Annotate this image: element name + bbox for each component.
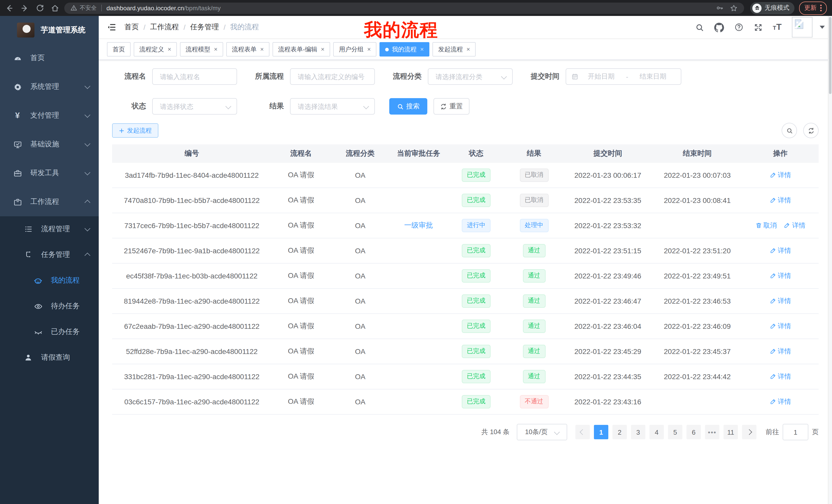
sidebar-item-done-tasks[interactable]: 已办任务 bbox=[0, 319, 99, 345]
show-search-button[interactable] bbox=[782, 123, 797, 138]
close-icon[interactable]: × bbox=[167, 46, 171, 52]
parent-process-input[interactable] bbox=[290, 68, 375, 85]
page-number-button[interactable]: ••• bbox=[705, 425, 719, 439]
page-number-button[interactable]: 4 bbox=[649, 425, 664, 439]
filter-parent-process: 所属流程 bbox=[252, 68, 375, 85]
browser-menu-icon[interactable] bbox=[820, 5, 822, 11]
home-icon[interactable] bbox=[51, 4, 59, 12]
close-icon[interactable]: × bbox=[420, 46, 424, 52]
help-icon[interactable] bbox=[734, 23, 744, 32]
goto-page-input[interactable] bbox=[783, 424, 808, 440]
sidebar-item-devtools[interactable]: 研发工具 bbox=[0, 159, 99, 188]
close-icon[interactable]: × bbox=[466, 46, 470, 52]
start-date-placeholder[interactable]: 开始日期 bbox=[578, 72, 624, 81]
result-select[interactable] bbox=[290, 98, 375, 115]
start-process-button[interactable]: 发起流程 bbox=[112, 123, 158, 138]
collapse-sidebar-icon[interactable] bbox=[107, 23, 116, 32]
category-select[interactable] bbox=[428, 68, 513, 85]
breadcrumb-workflow[interactable]: 工作流程 bbox=[150, 23, 179, 32]
page-number-button[interactable]: 6 bbox=[686, 425, 701, 439]
detail-link[interactable]: 详情 bbox=[770, 246, 791, 255]
view-tab[interactable]: 流程表单 × bbox=[226, 42, 269, 57]
detail-link[interactable]: 详情 bbox=[770, 372, 791, 381]
avatar[interactable] bbox=[792, 17, 812, 37]
date-range-picker[interactable]: 开始日期 - 结束日期 bbox=[566, 68, 681, 85]
sidebar-item-payment[interactable]: ¥ 支付管理 bbox=[0, 101, 99, 130]
process-name-input[interactable] bbox=[152, 68, 237, 85]
sidebar-item-home[interactable]: 首页 bbox=[0, 44, 99, 73]
edit-icon bbox=[770, 373, 776, 380]
view-tab[interactable]: 我的流程 × bbox=[380, 42, 430, 57]
reload-icon[interactable] bbox=[36, 4, 44, 12]
reset-button[interactable]: 重置 bbox=[434, 98, 469, 115]
view-tab[interactable]: 流程表单-编辑 × bbox=[272, 42, 330, 57]
sidebar-item-workflow[interactable]: 工作流程 bbox=[0, 188, 99, 216]
scrollbar-thumb[interactable] bbox=[829, 17, 831, 94]
prev-page-button[interactable] bbox=[575, 425, 590, 439]
refresh-table-button[interactable] bbox=[803, 123, 818, 138]
view-tab[interactable]: 发起流程 × bbox=[433, 42, 476, 57]
filter-label: 状态 bbox=[119, 102, 146, 111]
font-size-icon[interactable]: TT bbox=[773, 22, 782, 32]
search-icon[interactable] bbox=[695, 23, 704, 32]
sidebar-item-system[interactable]: 系统管理 bbox=[0, 73, 99, 101]
page-number-button[interactable]: 11 bbox=[724, 425, 738, 439]
view-tab[interactable]: 流程定义 × bbox=[134, 42, 177, 57]
github-icon[interactable] bbox=[714, 22, 724, 32]
search-button[interactable]: 搜索 bbox=[389, 98, 427, 115]
chevron-down-icon bbox=[85, 141, 90, 147]
breadcrumb-task-mgmt[interactable]: 任务管理 bbox=[190, 23, 219, 32]
column-header: 编号 bbox=[112, 144, 271, 163]
page-number-button[interactable]: 1 bbox=[594, 425, 608, 439]
close-icon[interactable]: × bbox=[321, 46, 324, 52]
sidebar-item-my-process[interactable]: 我的流程 bbox=[0, 268, 99, 293]
sidebar-item-label: 工作流程 bbox=[30, 197, 85, 206]
sidebar-item-infra[interactable]: 基础设施 bbox=[0, 130, 99, 159]
bookmark-star-icon[interactable] bbox=[730, 4, 738, 12]
current-task-link[interactable]: 一级审批 bbox=[404, 221, 433, 229]
sidebar-item-process-mgmt[interactable]: 流程管理 bbox=[0, 216, 99, 242]
process-name: OA 请假 bbox=[271, 238, 331, 263]
detail-link[interactable]: 详情 bbox=[770, 271, 791, 281]
back-icon[interactable] bbox=[5, 4, 14, 12]
detail-link[interactable]: 详情 bbox=[770, 196, 791, 205]
chevron-down-icon bbox=[501, 74, 507, 80]
detail-link[interactable]: 详情 bbox=[770, 171, 791, 180]
breadcrumb-home[interactable]: 首页 bbox=[125, 23, 139, 32]
view-tab[interactable]: 用户分组 × bbox=[333, 42, 376, 57]
sidebar-item-todo-tasks[interactable]: 待办任务 bbox=[0, 293, 99, 319]
view-tab[interactable]: 流程模型 × bbox=[180, 42, 223, 57]
forward-icon[interactable] bbox=[21, 4, 29, 12]
edit-icon bbox=[770, 273, 776, 279]
incognito-badge[interactable]: 无痕模式 bbox=[750, 2, 795, 14]
close-icon[interactable]: × bbox=[214, 46, 217, 52]
detail-link[interactable]: 详情 bbox=[770, 321, 791, 331]
end-date-placeholder[interactable]: 结束日期 bbox=[630, 72, 676, 81]
tab-label: 流程定义 bbox=[139, 45, 164, 54]
close-icon[interactable]: × bbox=[367, 46, 371, 52]
page-number-button[interactable]: 5 bbox=[668, 425, 682, 439]
sidebar-item-leave-query[interactable]: 请假查询 bbox=[0, 345, 99, 370]
avatar-caret-icon[interactable] bbox=[820, 26, 825, 29]
view-tab[interactable]: 首页 × bbox=[107, 42, 131, 57]
security-chip[interactable]: 不安全 bbox=[71, 4, 97, 12]
detail-link[interactable]: 详情 bbox=[784, 221, 806, 230]
next-page-button[interactable] bbox=[742, 425, 756, 439]
cancel-link[interactable]: 取消 bbox=[755, 221, 777, 230]
password-key-icon[interactable] bbox=[716, 4, 724, 12]
page-size-select[interactable]: 10条/页 bbox=[517, 424, 567, 440]
pagination: 共 104 条 10条/页 1 2 3 4 5 bbox=[112, 424, 818, 440]
scrollbar[interactable] bbox=[828, 16, 832, 504]
app-logo-row[interactable]: 芋道管理系统 bbox=[0, 16, 99, 44]
detail-link[interactable]: 详情 bbox=[770, 347, 791, 356]
detail-link[interactable]: 详情 bbox=[770, 297, 791, 306]
fullscreen-icon[interactable] bbox=[754, 23, 762, 32]
detail-link[interactable]: 详情 bbox=[770, 397, 791, 407]
close-icon[interactable]: × bbox=[260, 46, 264, 52]
status-select[interactable] bbox=[152, 98, 237, 115]
browser-update-button[interactable]: 更新 bbox=[799, 1, 827, 15]
page-number-button[interactable]: 3 bbox=[631, 425, 645, 439]
address-bar[interactable]: 不安全 dashboard.yudao.iocoder.cn/bpm/task/… bbox=[64, 2, 744, 13]
page-number-button[interactable]: 2 bbox=[613, 425, 627, 439]
sidebar-item-task-mgmt[interactable]: 任务管理 bbox=[0, 242, 99, 268]
